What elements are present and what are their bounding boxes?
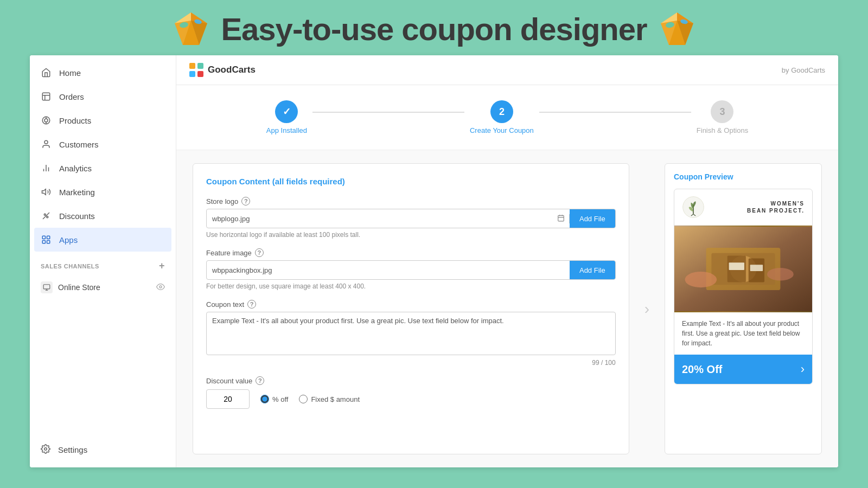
percent-off-radio[interactable] bbox=[260, 395, 269, 403]
sidebar-label-apps: Apps bbox=[59, 235, 78, 245]
online-store-icon bbox=[41, 281, 53, 293]
apps-icon bbox=[41, 234, 52, 245]
discount-value-label: Discount value ? bbox=[206, 376, 616, 385]
banner-title: Easy-to-use coupon designer bbox=[221, 11, 647, 47]
discount-help-icon[interactable]: ? bbox=[256, 376, 264, 385]
step-1-label: App Installed bbox=[266, 126, 307, 134]
sidebar-item-settings[interactable]: Settings bbox=[41, 439, 165, 461]
sales-channels-label: SALES CHANNELS bbox=[41, 263, 99, 269]
sidebar-item-orders[interactable]: Orders bbox=[30, 85, 176, 108]
sidebar-label-discounts: Discounts bbox=[59, 211, 95, 221]
coupon-text-label: Coupon text ? bbox=[206, 300, 616, 309]
radio-group: % off Fixed $ amount bbox=[260, 395, 360, 403]
coupon-text-help-icon[interactable]: ? bbox=[247, 300, 256, 309]
stepper: ✓ App Installed 2 Create Your Coupon 3 F… bbox=[176, 85, 838, 150]
form-and-preview: Coupon Content (all fields required) Sto… bbox=[176, 150, 838, 467]
discount-row: % off Fixed $ amount bbox=[206, 389, 616, 409]
sales-channels-section: SALES CHANNELS + bbox=[30, 252, 176, 276]
coupon-content-box: Coupon Content (all fields required) Sto… bbox=[193, 163, 629, 454]
svg-rect-44 bbox=[558, 215, 564, 221]
step-3: 3 Finish & Options bbox=[697, 100, 748, 134]
feature-image-filename: wbppackingbox.jpg bbox=[207, 266, 570, 274]
coupon-card-header: WOMEN'S BEAN PROJECT. bbox=[674, 189, 812, 226]
coupon-feature-image bbox=[674, 226, 812, 312]
sidebar-item-apps[interactable]: Apps bbox=[34, 228, 171, 252]
step-connector-1 bbox=[312, 112, 464, 113]
sidebar-label-marketing: Marketing bbox=[59, 188, 95, 197]
feature-image-hint: For better design, use square image at l… bbox=[206, 282, 616, 290]
svg-point-28 bbox=[44, 214, 46, 215]
svg-rect-31 bbox=[42, 236, 45, 239]
sidebar-item-customers[interactable]: Customers bbox=[30, 132, 176, 156]
feature-image-svg bbox=[674, 226, 812, 312]
store-logo-help-icon[interactable]: ? bbox=[241, 197, 250, 206]
chevron-right-icon: › bbox=[801, 362, 805, 376]
feature-image-add-file-button[interactable]: Add File bbox=[570, 261, 615, 279]
svg-rect-16 bbox=[42, 93, 50, 100]
fixed-amount-option[interactable]: Fixed $ amount bbox=[299, 395, 360, 403]
store-logo-filename: wbplogo.jpg bbox=[207, 215, 553, 223]
sidebar-item-online-store[interactable]: Online Store bbox=[30, 276, 176, 299]
brand-logo: GoodCarts bbox=[189, 63, 256, 77]
feature-image-field: Feature image ? wbppackingbox.jpg Add Fi… bbox=[206, 248, 616, 290]
by-goodcarts-label: by GoodCarts bbox=[782, 66, 825, 74]
step-3-label: Finish & Options bbox=[697, 126, 748, 134]
online-store-label: Online Store bbox=[58, 283, 100, 292]
svg-point-39 bbox=[44, 448, 47, 451]
orders-icon bbox=[41, 91, 52, 102]
brand-name: GoodCarts bbox=[208, 65, 256, 75]
settings-icon bbox=[41, 444, 50, 455]
main-wrapper: Home Orders Products bbox=[30, 55, 838, 467]
svg-point-54 bbox=[767, 268, 794, 280]
svg-rect-35 bbox=[43, 285, 50, 289]
analytics-icon bbox=[41, 163, 52, 174]
sidebar-label-customers: Customers bbox=[59, 140, 99, 149]
step-1: ✓ App Installed bbox=[266, 100, 307, 134]
brand-bean-logo bbox=[682, 196, 705, 219]
step-3-circle: 3 bbox=[711, 100, 733, 123]
brand-line2: BEAN PROJECT. bbox=[747, 207, 805, 214]
brand-line1: WOMEN'S bbox=[747, 200, 805, 207]
sidebar-label-home: Home bbox=[59, 68, 81, 78]
percent-off-option[interactable]: % off bbox=[260, 395, 288, 403]
sidebar-item-marketing[interactable]: Marketing bbox=[30, 180, 176, 204]
svg-rect-40 bbox=[189, 63, 195, 69]
svg-rect-57 bbox=[729, 262, 744, 270]
discounts-icon bbox=[41, 210, 52, 221]
eye-icon[interactable] bbox=[156, 282, 165, 293]
add-sales-channel-button[interactable]: + bbox=[159, 260, 165, 272]
store-logo-input-row: wbplogo.jpg Add File bbox=[206, 209, 616, 228]
preview-arrow[interactable]: › bbox=[642, 300, 652, 318]
sidebar-item-products[interactable]: Products bbox=[30, 108, 176, 132]
fixed-amount-label: Fixed $ amount bbox=[311, 395, 360, 403]
svg-point-38 bbox=[159, 286, 162, 288]
feature-image-help-icon[interactable]: ? bbox=[255, 248, 264, 257]
step-2: 2 Create Your Coupon bbox=[470, 100, 534, 134]
svg-point-20 bbox=[44, 119, 48, 122]
coupon-text-textarea[interactable] bbox=[206, 312, 616, 355]
svg-rect-43 bbox=[197, 71, 203, 77]
percent-off-label: % off bbox=[272, 395, 288, 403]
svg-rect-34 bbox=[47, 241, 50, 243]
goodcarts-logo-icon bbox=[189, 63, 203, 77]
svg-rect-58 bbox=[750, 265, 763, 271]
sidebar-label-analytics: Analytics bbox=[59, 164, 92, 173]
top-banner: Easy-to-use coupon designer bbox=[0, 0, 868, 55]
sidebar-label-orders: Orders bbox=[59, 92, 84, 101]
sidebar-item-discounts[interactable]: Discounts bbox=[30, 204, 176, 228]
file-calendar-icon bbox=[553, 214, 570, 223]
discount-input[interactable] bbox=[206, 389, 250, 409]
sidebar-item-home[interactable]: Home bbox=[30, 61, 176, 85]
sidebar-item-analytics[interactable]: Analytics bbox=[30, 156, 176, 180]
svg-line-30 bbox=[43, 213, 49, 219]
svg-point-53 bbox=[685, 272, 717, 287]
settings-label: Settings bbox=[58, 445, 87, 454]
discount-value-field: Discount value ? % off Fixed bbox=[206, 376, 616, 409]
coupon-preview-box: Coupon Preview bbox=[665, 163, 822, 454]
coupon-cta-button[interactable]: 20% Off › bbox=[674, 355, 812, 384]
store-logo-add-file-button[interactable]: Add File bbox=[570, 209, 615, 228]
store-logo-label: Store logo ? bbox=[206, 197, 616, 206]
fixed-amount-radio[interactable] bbox=[299, 395, 308, 403]
coupon-body-text: Example Text - It's all about your produ… bbox=[674, 312, 812, 355]
preview-title: Coupon Preview bbox=[674, 172, 813, 181]
